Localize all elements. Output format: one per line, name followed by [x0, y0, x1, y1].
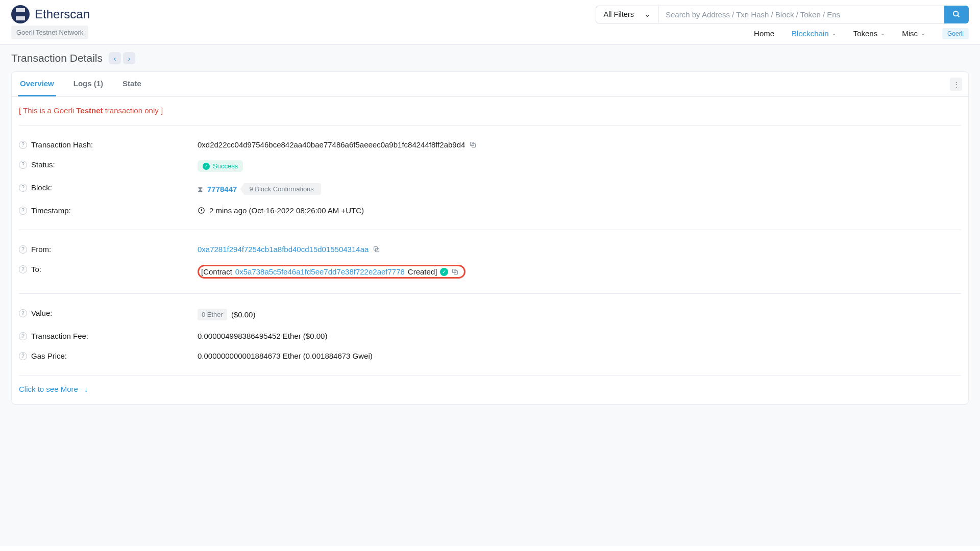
help-icon[interactable]: ?	[19, 265, 27, 273]
search-filter-dropdown[interactable]: All Filters ⌄	[596, 6, 658, 23]
row-from: ? From: 0xa7281f294f7254cb1a8fbd40cd15d0…	[19, 239, 961, 259]
search-input[interactable]	[658, 6, 944, 23]
tab-state[interactable]: State	[120, 72, 143, 96]
value-ether-chip: 0 Ether	[198, 309, 227, 320]
goerli-network-chip[interactable]: Goerli	[942, 28, 969, 39]
next-tx-button[interactable]: ›	[123, 52, 135, 64]
value-usd: ($0.00)	[231, 310, 256, 319]
search-bar: All Filters ⌄	[596, 6, 969, 23]
row-timestamp: ? Timestamp: 2 mins ago (Oct-16-2022 08:…	[19, 201, 961, 220]
logo[interactable]: Etherscan	[11, 5, 90, 23]
see-more-link[interactable]: Click to see More ↓	[19, 385, 88, 393]
tx-card: Overview Logs (1) State ⋮ [ This is a Go…	[11, 71, 969, 405]
copy-icon[interactable]	[451, 268, 459, 276]
help-icon[interactable]: ?	[19, 245, 27, 254]
chevron-down-icon: ⌄	[644, 10, 651, 18]
row-gas-price: ? Gas Price: 0.000000000001884673 Ether …	[19, 346, 961, 366]
check-circle-icon: ✓	[203, 163, 210, 170]
row-value: ? Value: 0 Ether ($0.00)	[19, 303, 961, 326]
confirmations-badge: 9 Block Confirmations	[240, 183, 321, 195]
main-content: Transaction Details ‹ › Overview Logs (1…	[0, 45, 980, 546]
network-badge: Goerli Testnet Network	[11, 26, 88, 39]
help-icon[interactable]: ?	[19, 161, 27, 169]
help-icon[interactable]: ?	[19, 141, 27, 149]
help-icon[interactable]: ?	[19, 332, 27, 340]
etherscan-logo-icon	[11, 5, 30, 23]
page-title: Transaction Details	[11, 52, 103, 64]
search-icon	[952, 10, 961, 18]
chevron-down-icon: ⌄	[921, 31, 925, 36]
logo-text: Etherscan	[35, 7, 90, 21]
prev-tx-button[interactable]: ‹	[109, 52, 121, 64]
row-fee: ? Transaction Fee: 0.000004998386495452 …	[19, 326, 961, 346]
from-address-link[interactable]: 0xa7281f294f7254cb1a8fbd40cd15d015504314…	[198, 245, 369, 254]
block-link[interactable]: 7778447	[207, 185, 237, 193]
help-icon[interactable]: ?	[19, 309, 27, 317]
timestamp-value: 2 mins ago (Oct-16-2022 08:26:00 AM +UTC…	[209, 206, 364, 215]
site-header: Etherscan All Filters ⌄ Goerli Testnet N…	[0, 0, 980, 45]
tx-hash-value: 0xd2d22cc04d97546bce842aa40bae77486a6f5a…	[198, 140, 465, 149]
help-icon[interactable]: ?	[19, 352, 27, 360]
row-tx-hash: ? Transaction Hash: 0xd2d22cc04d97546bce…	[19, 135, 961, 155]
nav-blockchain[interactable]: Blockchain ⌄	[792, 29, 836, 38]
status-badge: ✓ Success	[198, 160, 243, 172]
chevron-down-icon: ⌄	[832, 31, 836, 36]
row-status: ? Status: ✓ Success	[19, 155, 961, 178]
tab-overview[interactable]: Overview	[18, 72, 56, 96]
arrow-down-icon: ↓	[84, 385, 88, 393]
nav-home[interactable]: Home	[754, 29, 774, 38]
nav-misc[interactable]: Misc ⌄	[902, 29, 925, 38]
gas-price-value: 0.000000000001884673 Ether (0.001884673 …	[198, 352, 373, 360]
copy-icon[interactable]	[373, 245, 380, 253]
help-icon[interactable]: ?	[19, 184, 27, 192]
contract-created-highlight: [Contract 0x5a738a5c5fe46a1fd5ee7dd7e38f…	[198, 265, 465, 279]
clock-icon	[198, 207, 205, 214]
nav-tokens[interactable]: Tokens ⌄	[853, 29, 885, 38]
kebab-icon: ⋮	[953, 81, 960, 88]
svg-line-1	[958, 15, 959, 17]
hourglass-icon: ⧗	[198, 185, 203, 194]
tab-logs[interactable]: Logs (1)	[71, 72, 105, 96]
main-nav: Home Blockchain ⌄ Tokens ⌄ Misc ⌄ Goerli	[754, 28, 969, 44]
tab-bar: Overview Logs (1) State	[18, 72, 143, 96]
fee-value: 0.000004998386495452 Ether ($0.00)	[198, 332, 327, 340]
copy-icon[interactable]	[469, 141, 477, 148]
testnet-warning: [ This is a Goerli Testnet transaction o…	[19, 104, 961, 116]
help-icon[interactable]: ?	[19, 207, 27, 215]
filter-label: All Filters	[603, 10, 634, 18]
row-block: ? Block: ⧗ 7778447 9 Block Confirmations	[19, 178, 961, 201]
row-to: ? To: [Contract 0x5a738a5c5fe46a1fd5ee7d…	[19, 259, 961, 284]
search-button[interactable]	[944, 6, 969, 23]
chevron-down-icon: ⌄	[880, 31, 885, 36]
svg-point-0	[953, 11, 958, 16]
verified-check-icon: ✓	[440, 268, 448, 276]
more-options-button[interactable]: ⋮	[950, 78, 962, 91]
to-contract-link[interactable]: 0x5a738a5c5fe46a1fd5ee7dd7e38f722e2aef77…	[235, 267, 405, 276]
